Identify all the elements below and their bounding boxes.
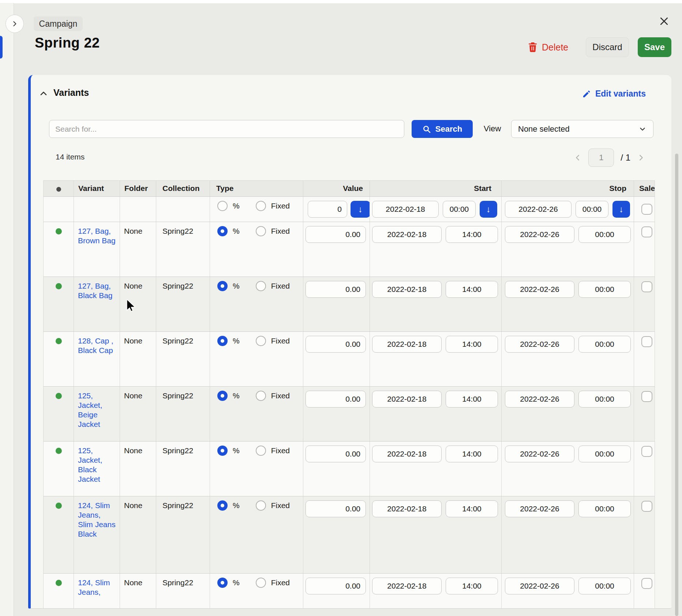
fixed-radio[interactable]	[256, 446, 266, 456]
percent-radio[interactable]	[217, 391, 228, 401]
sale-checkbox[interactable]	[641, 336, 652, 347]
stop-time-input[interactable]	[578, 391, 631, 407]
next-page-button[interactable]	[637, 154, 645, 162]
value-input[interactable]	[306, 391, 366, 407]
variant-link[interactable]: 124, Slim Jeans,	[78, 578, 110, 596]
variant-link[interactable]: 127, Bag, Black Bag	[78, 282, 113, 300]
apply-start-down-button[interactable]: ↓	[480, 201, 497, 218]
variant-link[interactable]: 124, Slim Jeans, Slim Jeans Black	[78, 501, 116, 538]
stop-date-input[interactable]	[505, 446, 574, 462]
stop-time-input[interactable]	[578, 500, 631, 517]
start-date-input[interactable]	[372, 578, 442, 594]
start-date-input[interactable]	[372, 281, 442, 298]
sale-checkbox[interactable]	[641, 391, 652, 402]
stop-time-input[interactable]	[578, 226, 631, 243]
sale-checkbox[interactable]	[641, 446, 652, 457]
view-select-value: None selected	[518, 124, 570, 134]
fixed-radio[interactable]	[256, 226, 266, 236]
sale-checkbox[interactable]	[641, 281, 652, 292]
start-time-input[interactable]	[446, 391, 498, 407]
section-title: Variants	[53, 87, 89, 98]
percent-radio[interactable]	[217, 446, 228, 456]
variant-link[interactable]: 128, Cap , Black Cap	[78, 337, 113, 354]
fixed-radio[interactable]	[256, 391, 266, 401]
percent-radio[interactable]	[217, 336, 228, 346]
filter-stop-time-input[interactable]	[576, 201, 608, 218]
select-all-dot[interactable]	[56, 187, 61, 192]
arrow-down-icon: ↓	[358, 204, 363, 214]
filter-percent-radio[interactable]	[217, 201, 228, 211]
view-select[interactable]: None selected	[511, 120, 653, 138]
stop-time-input[interactable]	[578, 578, 631, 594]
start-time-input[interactable]	[446, 281, 498, 298]
stop-date-input[interactable]	[505, 336, 574, 353]
start-date-input[interactable]	[372, 391, 442, 407]
value-input[interactable]	[306, 500, 366, 517]
apply-stop-down-button[interactable]: ↓	[612, 201, 630, 218]
variant-link[interactable]: 125, Jacket, Beige Jacket	[78, 391, 102, 428]
percent-radio[interactable]	[217, 281, 228, 291]
filter-start-date-input[interactable]	[372, 201, 439, 218]
select-all-cell[interactable]	[44, 181, 74, 196]
delete-button[interactable]: Delete	[528, 37, 568, 57]
filter-stop-date-input[interactable]	[505, 201, 572, 218]
sale-checkbox[interactable]	[641, 578, 652, 589]
percent-radio[interactable]	[217, 500, 228, 511]
start-time-input[interactable]	[446, 446, 498, 462]
fixed-radio[interactable]	[256, 336, 266, 346]
start-time-input[interactable]	[446, 500, 498, 517]
stop-time-input[interactable]	[578, 446, 631, 462]
value-input[interactable]	[306, 336, 366, 353]
stop-date-input[interactable]	[505, 578, 574, 594]
start-date-input[interactable]	[372, 226, 442, 243]
value-input[interactable]	[306, 281, 366, 298]
stop-time-input[interactable]	[578, 336, 631, 353]
variant-link[interactable]: 125, Jacket, Black Jacket	[78, 446, 102, 483]
fixed-radio[interactable]	[256, 578, 266, 588]
value-input[interactable]	[306, 578, 366, 594]
variant-link[interactable]: 127, Bag, Brown Bag	[78, 227, 116, 245]
value-input[interactable]	[306, 446, 366, 462]
sale-checkbox[interactable]	[641, 226, 652, 237]
percent-radio[interactable]	[217, 578, 228, 588]
collection-cell: Spring22	[156, 277, 210, 331]
start-time-input[interactable]	[446, 226, 498, 243]
save-label: Save	[644, 42, 665, 52]
folder-cell: None	[120, 574, 156, 609]
stop-time-input[interactable]	[578, 281, 631, 298]
stop-date-input[interactable]	[505, 391, 574, 407]
stop-date-input[interactable]	[505, 281, 574, 298]
filter-sale-checkbox[interactable]	[641, 204, 652, 215]
fixed-label: Fixed	[271, 227, 290, 236]
start-date-input[interactable]	[372, 500, 442, 517]
close-button[interactable]	[657, 15, 671, 28]
collapse-section-button[interactable]	[39, 89, 48, 98]
table-row: 127, Bag, Brown Bag None Spring22 % Fixe…	[44, 222, 655, 277]
search-input[interactable]	[49, 120, 404, 138]
expand-panel-button[interactable]	[5, 15, 24, 33]
percent-radio[interactable]	[217, 226, 228, 236]
stop-date-input[interactable]	[505, 226, 574, 243]
start-time-input[interactable]	[446, 578, 498, 594]
fixed-radio[interactable]	[256, 500, 266, 511]
filter-value-input[interactable]	[308, 201, 347, 218]
save-button[interactable]: Save	[638, 37, 671, 57]
apply-value-down-button[interactable]: ↓	[351, 201, 370, 218]
start-date-input[interactable]	[372, 446, 442, 462]
stop-date-input[interactable]	[505, 500, 574, 517]
table-row: 128, Cap , Black Cap None Spring22 % Fix…	[44, 332, 655, 387]
vertical-scrollbar[interactable]	[675, 154, 678, 616]
value-input[interactable]	[306, 226, 366, 243]
page-number-box[interactable]: 1	[588, 149, 614, 167]
sale-checkbox[interactable]	[641, 501, 652, 512]
filter-fixed-radio[interactable]	[256, 201, 266, 211]
filter-start-time-input[interactable]	[443, 201, 476, 218]
filter-fixed-label: Fixed	[271, 202, 290, 210]
fixed-radio[interactable]	[256, 281, 266, 291]
search-button[interactable]: Search	[412, 120, 473, 138]
edit-variants-link[interactable]: Edit variants	[582, 89, 646, 99]
prev-page-button[interactable]	[574, 154, 582, 162]
discard-button[interactable]: Discard	[586, 37, 629, 57]
start-time-input[interactable]	[446, 336, 498, 353]
start-date-input[interactable]	[372, 336, 442, 353]
